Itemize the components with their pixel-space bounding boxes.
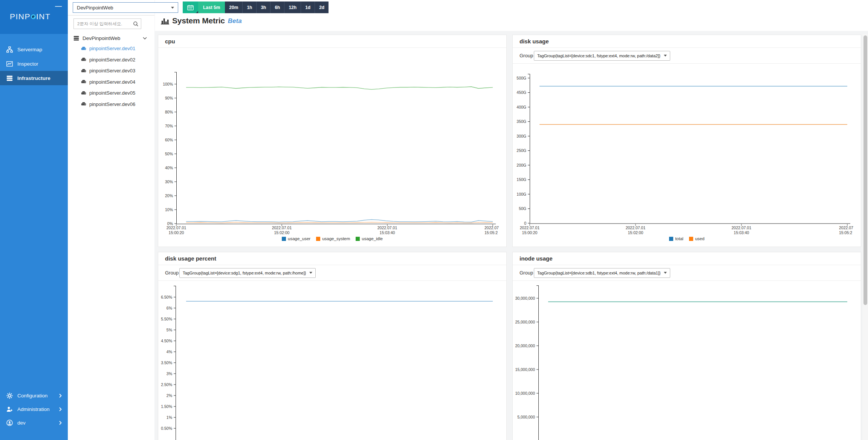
tree-item-label: pinpointServer.dev04 [89,79,135,85]
chevron-down-icon [664,272,667,274]
application-select[interactable]: DevPinpointWeb [73,2,178,13]
time-range-1h[interactable]: 1h [242,2,256,13]
scrollbar-thumb[interactable] [863,35,867,305]
tree-item-pinpointServer.dev05[interactable]: pinpointServer.dev05 [68,87,154,99]
legend-item-used[interactable]: used [689,236,704,241]
svg-text:250G: 250G [517,148,526,153]
sidebar-collapse-button[interactable]: — [55,2,62,10]
svg-text:6%: 6% [167,306,172,310]
tree-item-label: pinpointServer.dev05 [89,90,135,96]
group-select-value: TagGroup{tagList=[device:sdg1, fstype:ex… [183,271,306,275]
sidebar-item-dev[interactable]: dev [0,416,68,429]
svg-text:25,000,000: 25,000,000 [515,320,535,324]
svg-text:20,000,000: 20,000,000 [515,343,535,348]
tree-root-label: DevPinpointWeb [83,35,120,41]
svg-text:2022.07: 2022.07 [839,225,853,230]
pinpoint-logo: PINPINT [10,12,50,21]
svg-text:0: 0 [524,221,526,225]
svg-text:10%: 10% [165,207,173,212]
svg-text:15:02:00: 15:02:00 [628,230,643,235]
svg-text:60%: 60% [165,138,173,142]
time-range-20m[interactable]: 20m [225,2,242,13]
time-range-6h[interactable]: 6h [270,2,284,13]
legend-item-usage_system[interactable]: usage_system [316,236,350,241]
svg-text:15,000,000: 15,000,000 [515,367,535,372]
legend-label: usage_user [288,236,310,241]
svg-text:15:00:20: 15:00:20 [522,230,538,235]
tree-item-label: pinpointServer.dev02 [89,57,135,63]
sidebar-item-inspector[interactable]: Inspector [0,57,68,71]
chart-line-icon [6,61,13,67]
legend-item-usage_user[interactable]: usage_user [282,236,310,241]
group-label: Group [520,270,534,276]
calendar-button[interactable] [183,2,198,13]
inode-usage-chart-panel: inode usage Group TagGroup{tagList=[devi… [512,252,861,440]
server-search [73,18,141,29]
legend-label: usage_idle [362,236,383,241]
bar-chart-icon [161,17,169,25]
sidebar-item-infrastructure[interactable]: Infrastructure [0,71,68,85]
disk-usage-group-select[interactable]: TagGroup{tagList=[device:sdc1, fstype:ex… [534,51,670,61]
svg-text:50%: 50% [165,152,173,156]
disk-usage-percent-chart-panel: disk usage percent Group TagGroup{tagLis… [158,252,507,440]
tree-item-pinpointServer.dev01[interactable]: pinpointServer.dev01 [68,43,154,54]
tree-item-pinpointServer.dev06[interactable]: pinpointServer.dev06 [68,99,154,110]
svg-text:100G: 100G [517,192,526,196]
svg-text:40%: 40% [165,166,173,170]
legend-item-usage_idle[interactable]: usage_idle [356,236,383,241]
time-range-1d[interactable]: 1d [301,2,315,13]
sidebar-item-administration[interactable]: Administration [0,402,68,416]
logo-o-icon [31,14,36,19]
time-range-active[interactable]: Last 5m [198,2,225,13]
chevron-down-icon [143,37,147,40]
sidebar-item-configuration[interactable]: Configuration [0,389,68,402]
group-label: Group [520,53,534,58]
user-circle-icon [6,420,13,426]
chevron-down-icon [171,7,174,9]
page-title: System Metric Beta [161,16,242,25]
time-range-2d[interactable]: 2d [315,2,329,13]
svg-text:5.50%: 5.50% [161,317,172,321]
host-icon [81,80,86,84]
svg-text:2022.07.01: 2022.07.01 [520,225,540,230]
svg-text:30,000,000: 30,000,000 [515,296,535,300]
disk-usage-line-chart: 050G100G150G200G250G300G350G400G450G500G… [513,35,861,247]
tree-item-pinpointServer.dev02[interactable]: pinpointServer.dev02 [68,54,154,66]
search-icon[interactable] [133,21,139,27]
tree-item-pinpointServer.dev03[interactable]: pinpointServer.dev03 [68,65,154,77]
tree-root-devpinpointweb[interactable]: DevPinpointWeb [68,33,154,43]
tree-item-pinpointServer.dev04[interactable]: pinpointServer.dev04 [68,77,154,88]
svg-text:300G: 300G [517,134,526,138]
time-range-12h[interactable]: 12h [284,2,301,13]
chevron-down-icon [309,272,312,274]
svg-text:400G: 400G [517,105,526,109]
svg-text:450G: 450G [517,90,526,95]
legend-label: usage_system [322,236,350,241]
group-label: Group [165,270,179,276]
server-tree: DevPinpointWebpinpointServer.dev01pinpoi… [68,33,154,110]
chart-title-cpu: cpu [158,35,506,48]
inode-usage-group-select[interactable]: TagGroup{tagList=[device:sdb1, fstype:ex… [534,268,670,278]
legend-swatch [356,237,360,241]
svg-text:4.50%: 4.50% [161,339,172,343]
svg-text:1.50%: 1.50% [161,404,172,409]
search-input[interactable] [77,21,133,26]
server-stack-icon [6,75,13,81]
legend-item-total[interactable]: total [669,236,683,241]
disk-usage-chart-legend: totalused [513,236,861,241]
cpu-line-chart: 0%10%20%30%40%50%60%70%80%90%100%2022.07… [158,35,506,247]
svg-text:3%: 3% [167,371,172,376]
svg-text:2.50%: 2.50% [161,382,172,387]
legend-label: used [695,236,704,241]
svg-text:15:03:40: 15:03:40 [380,230,395,235]
disk-usage-percent-group-select[interactable]: TagGroup{tagList=[device:sdg1, fstype:ex… [179,268,316,278]
time-range-3h[interactable]: 3h [256,2,270,13]
sidebar-item-servermap[interactable]: Servermap [0,42,68,57]
calendar-icon [187,5,194,11]
svg-text:150G: 150G [517,177,526,182]
sidebar-item-label: dev [17,420,26,426]
cpu-chart-panel: cpu 0%10%20%30%40%50%60%70%80%90%100%202… [158,35,507,247]
group-row: Group TagGroup{tagList=[device:sdc1, fst… [513,48,861,64]
user-gear-icon [6,406,13,412]
logo-text-right: INT [36,12,50,21]
